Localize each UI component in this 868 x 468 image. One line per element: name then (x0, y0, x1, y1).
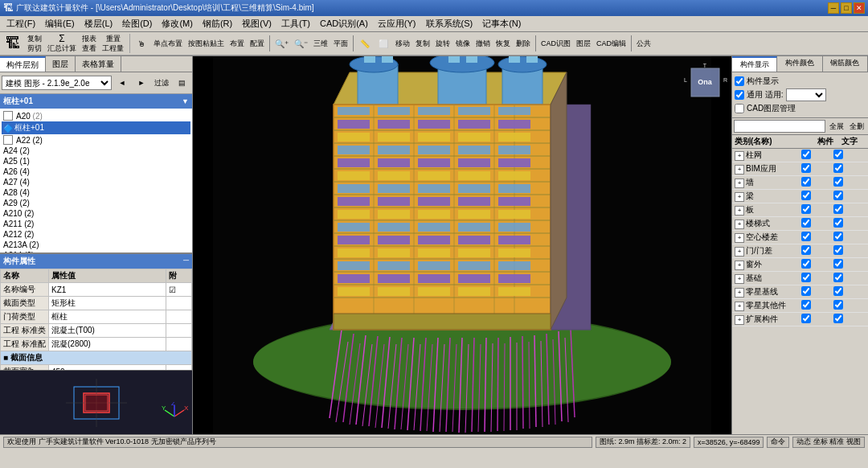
col-item-A28[interactable]: A28 (4) (2, 187, 190, 198)
minimize-button[interactable]: ─ (828, 2, 839, 14)
viewport[interactable]: Ona R L T (193, 56, 731, 434)
close-button[interactable]: ✕ (854, 2, 865, 14)
col-item-A212[interactable]: A212 (2) (2, 229, 190, 240)
cb-liang-text[interactable] (833, 191, 843, 200)
row-liang[interactable]: +梁 (732, 190, 868, 203)
redo-btn[interactable]: 恢复 (493, 35, 513, 52)
cb-ban-text[interactable] (833, 204, 843, 214)
col-checkbox-A22[interactable] (3, 135, 13, 145)
cb-bim-text[interactable] (833, 163, 843, 173)
gongchengfenxi-button[interactable]: 查看 (80, 44, 99, 53)
cb-kuozhan-construct[interactable] (801, 314, 811, 323)
col-item-A20[interactable]: A20 (2) (2, 110, 190, 121)
col-checkbox-A20[interactable] (3, 111, 13, 121)
cad-identify[interactable]: CAD识图 (538, 35, 573, 52)
buzhi-button[interactable]: 布置 (227, 35, 247, 52)
col-item-A213A[interactable]: A213A (2) (2, 240, 190, 250)
select-universal[interactable] (786, 88, 826, 101)
row-qiang[interactable]: +墙 (732, 176, 868, 190)
cb-jichu-construct[interactable] (801, 273, 811, 282)
menu-bianji[interactable]: 编辑(E) (40, 16, 80, 31)
cb-lingxing2-construct[interactable] (801, 300, 811, 310)
col-item-A22[interactable]: A22 (2) (2, 134, 190, 146)
open-button[interactable]: 🏗 (2, 34, 24, 53)
tab-biaogesuan[interactable]: 表格算量 (76, 56, 121, 72)
menu-yun[interactable]: 云应用(Y) (373, 16, 421, 31)
baobiao-button[interactable]: 报表 (80, 35, 99, 43)
cb-lingxing2-text[interactable] (833, 300, 843, 310)
row-chuang[interactable]: +窗外 (732, 258, 868, 272)
maximize-button[interactable]: □ (841, 2, 852, 14)
cb-men-construct[interactable] (801, 245, 811, 255)
cb-lingxing1-construct[interactable] (801, 286, 811, 296)
col-item-A24[interactable]: A24 (2) (2, 146, 190, 156)
undo-btn[interactable]: 撤销 (473, 35, 493, 52)
cb-louti-text[interactable] (833, 218, 843, 228)
menu-gangjin[interactable]: 钢筋(R) (198, 16, 237, 31)
col-item-A210[interactable]: A210 (2) (2, 208, 190, 219)
col-item-A21[interactable]: 🔷 框柱+01 (2, 121, 190, 134)
fuzhi-button[interactable]: 复制 (25, 35, 44, 43)
qiege-button[interactable]: 剪切 (25, 44, 44, 53)
dandian-button[interactable]: 单点布置 (151, 35, 185, 52)
cb-kongxin-construct[interactable] (801, 232, 811, 241)
menu-gongju[interactable]: 工具(T) (276, 16, 315, 31)
row-lingxing1[interactable]: +零星基线 (732, 285, 868, 299)
layer-dropdown[interactable]: 建模 图形 - 2.1.9e_2.0e (2, 76, 112, 90)
zoom-plus[interactable]: 🔍⁺ (272, 35, 291, 52)
row-jichu[interactable]: +基础 (732, 272, 868, 285)
cb-jichu-text[interactable] (833, 273, 843, 282)
cb-ban-construct[interactable] (801, 204, 811, 214)
row-lingxing2[interactable]: +零星其他件 (732, 299, 868, 313)
cb-construct-display[interactable] (735, 76, 744, 86)
cb-bim-construct[interactable] (801, 163, 811, 173)
menu-huitu[interactable]: 绘图(D) (117, 16, 157, 31)
sigma-button[interactable]: Σ (45, 35, 79, 43)
layer-manage[interactable]: 图层 (574, 35, 593, 52)
tab-rebar-color[interactable]: 钢筋颜色 (823, 56, 868, 72)
menu-louceng[interactable]: 楼层(L) (80, 16, 117, 31)
zoom-minus[interactable]: 🔍⁻ (292, 35, 310, 52)
col-item-A29[interactable]: A29 (2) (2, 198, 190, 208)
col-item-A26[interactable]: A26 (4) (2, 166, 190, 177)
chakanbaobiao-button[interactable]: 重置 (100, 35, 126, 43)
col-item-A27[interactable]: A27 (4) (2, 177, 190, 187)
peizhiframe-button[interactable]: 配置 (248, 35, 267, 52)
layer-filter[interactable]: 过滤 (152, 74, 171, 92)
menu-cad[interactable]: CAD识别(A) (315, 16, 373, 31)
row-zhuwang[interactable]: +柱网 (732, 149, 868, 162)
menu-jishi[interactable]: 记事本(N) (477, 16, 526, 31)
view2d[interactable]: 平面 (331, 35, 350, 52)
col-item-A25[interactable]: A25 (1) (2, 156, 190, 166)
menu-shitu[interactable]: 视图(V) (237, 16, 276, 31)
cb-cad-layer[interactable] (735, 104, 744, 113)
antu-button[interactable]: 按图粘贴主 (186, 35, 227, 52)
row-men[interactable]: +门/门差 (732, 244, 868, 258)
row-kongxin[interactable]: +空心楼差 (732, 231, 868, 244)
cb-universal[interactable] (735, 90, 744, 100)
cb-kongxin-text[interactable] (833, 232, 843, 241)
row-louti[interactable]: +楼梯式 (732, 217, 868, 231)
cb-louti-construct[interactable] (801, 218, 811, 228)
menu-xiugai[interactable]: 修改(M) (157, 16, 198, 31)
col-item-A211[interactable]: A211 (2) (2, 219, 190, 229)
rotate-btn[interactable]: 旋转 (433, 35, 452, 52)
tab-component-color[interactable]: 构件颜色 (777, 56, 822, 72)
right-collapse-all[interactable]: 全删 (848, 120, 867, 133)
delete-btn[interactable]: 删除 (514, 35, 533, 52)
cb-zhuwang-text[interactable] (833, 150, 843, 159)
copy-draw[interactable]: 复制 (413, 35, 432, 52)
cb-zhuwang-construct[interactable] (801, 150, 811, 159)
draw-rect[interactable]: ⬜ (375, 35, 392, 52)
layer-prev[interactable]: ◄ (113, 74, 131, 92)
view3d[interactable]: 三维 (311, 35, 330, 52)
row-kuozhan[interactable]: +扩展构件 (732, 313, 868, 326)
tab-goujian[interactable]: 构件层别 (0, 56, 46, 72)
cloud-share[interactable]: 公共 (634, 35, 653, 52)
menu-lianxi[interactable]: 联系系统(S) (421, 16, 478, 31)
huizongjisuan-button[interactable]: 汇总计算 (45, 44, 79, 53)
cb-chuang-construct[interactable] (801, 259, 811, 269)
cb-qiang-construct[interactable] (801, 177, 811, 187)
mirror-btn[interactable]: 镜像 (453, 35, 473, 52)
draw-line[interactable]: 📏 (356, 35, 374, 52)
